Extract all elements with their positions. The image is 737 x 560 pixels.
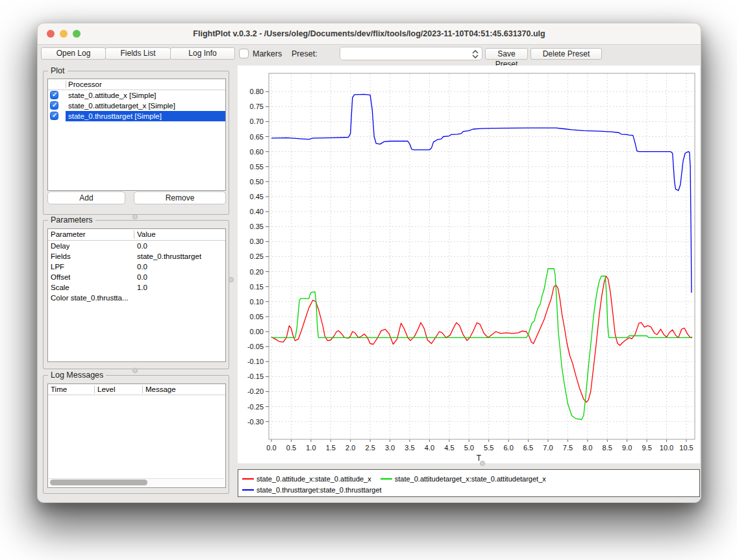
legend-label: state_0.attitude_x:state_0.attitude_x bbox=[256, 475, 371, 483]
delete-preset-button[interactable]: Delete Preset bbox=[531, 48, 602, 60]
log-messages-group-title: Log Messages bbox=[48, 371, 106, 380]
log-messages-group: Log Messages Time Level Message bbox=[43, 375, 229, 494]
y-tick-label: -0.30 bbox=[247, 418, 264, 426]
param-value: 0.0 bbox=[137, 242, 147, 250]
x-tick-label: 4.0 bbox=[425, 444, 434, 452]
x-tick-label: 9.5 bbox=[642, 444, 651, 452]
y-tick-label: 0.05 bbox=[250, 313, 264, 321]
x-tick-label: 0.0 bbox=[266, 444, 276, 452]
legend-entry-thrusttarget: state_0.thrusttarget:state_0.thrusttarge… bbox=[242, 486, 382, 494]
parameters-table[interactable]: Parameter Value Delay 0.0 Fields state_0… bbox=[47, 228, 226, 362]
x-tick-label: 6.5 bbox=[523, 444, 533, 452]
param-row-offset[interactable]: Offset 0.0 bbox=[48, 272, 225, 282]
legend-line-blue-icon bbox=[242, 489, 254, 491]
param-value: 0.0 bbox=[137, 263, 147, 271]
y-tick-label: 0.70 bbox=[250, 117, 264, 125]
x-tick-label: 1.0 bbox=[306, 444, 316, 452]
y-tick-label: 0.55 bbox=[250, 163, 264, 171]
splitter-grip-sidebar-chart[interactable] bbox=[229, 277, 234, 282]
x-tick-label: 7.5 bbox=[563, 444, 573, 452]
x-tick-label: 9.0 bbox=[622, 444, 632, 452]
horizontal-scrollbar-thumb[interactable] bbox=[50, 480, 147, 485]
chart-panel: 0.00.51.01.52.02.53.03.54.04.55.05.56.06… bbox=[238, 66, 700, 463]
param-name: Delay bbox=[51, 242, 69, 250]
series-line-1 bbox=[271, 269, 692, 420]
preset-label: Preset: bbox=[292, 49, 318, 58]
chart-legend: state_0.attitude_x:state_0.attitude_x st… bbox=[238, 469, 700, 497]
param-name: LPF bbox=[51, 263, 64, 271]
y-tick-label: 0.50 bbox=[250, 178, 264, 186]
param-row-scale[interactable]: Scale 1.0 bbox=[48, 282, 225, 293]
chart-canvas[interactable]: 0.00.51.01.52.02.53.03.54.04.55.05.56.06… bbox=[238, 66, 700, 463]
splitter-grip-chart-legend[interactable] bbox=[480, 461, 485, 466]
param-value: 0.0 bbox=[137, 273, 147, 281]
param-row-fields[interactable]: Fields state_0.thrusttarget bbox=[48, 251, 225, 262]
y-tick-label: 0.25 bbox=[250, 252, 264, 260]
plot-list-header: Processor bbox=[48, 79, 225, 90]
legend-entry-attitudetarget-x: state_0.attitudetarget_x:state_0.attitud… bbox=[381, 475, 546, 483]
row-checkbox-checked[interactable] bbox=[50, 91, 58, 99]
plot-row-label: state_0.attitudetarget_x [Simple] bbox=[68, 102, 175, 110]
y-tick-label: -0.15 bbox=[247, 372, 264, 380]
combo-stepper-icon[interactable] bbox=[470, 49, 481, 58]
x-tick-label: 6.0 bbox=[503, 444, 513, 452]
x-tick-label: 2.0 bbox=[345, 444, 355, 452]
x-tick-label: 5.5 bbox=[484, 444, 493, 452]
param-row-lpf[interactable]: LPF 0.0 bbox=[48, 262, 225, 272]
param-value: state_0.thrusttarget bbox=[137, 252, 201, 260]
message-column-header: Message bbox=[145, 385, 176, 393]
markers-checkbox[interactable] bbox=[239, 49, 249, 58]
y-tick-label: 0.65 bbox=[250, 133, 264, 141]
plot-row-attitude-x[interactable]: state_0.attitude_x [Simple] bbox=[48, 90, 225, 101]
param-row-delay[interactable]: Delay 0.0 bbox=[48, 241, 225, 251]
open-log-button[interactable]: Open Log bbox=[41, 47, 106, 60]
row-checkbox-checked[interactable] bbox=[50, 101, 58, 110]
plot-row-thrusttarget[interactable]: state_0.thrusttarget [Simple] bbox=[48, 111, 225, 121]
legend-entry-attitude-x: state_0.attitude_x:state_0.attitude_x bbox=[242, 475, 371, 483]
x-tick-label: 5.0 bbox=[464, 444, 474, 452]
y-tick-label: 0.75 bbox=[250, 103, 264, 110]
splitter-grip-plot-parameters[interactable] bbox=[132, 214, 138, 219]
x-tick-label: 10.5 bbox=[679, 444, 693, 452]
param-row-color[interactable]: Color state_0.thrustta... bbox=[48, 293, 225, 303]
row-checkbox-checked[interactable] bbox=[50, 112, 58, 120]
add-button[interactable]: Add bbox=[47, 191, 125, 204]
param-name: Fields bbox=[51, 252, 71, 260]
x-tick-label: 8.5 bbox=[603, 444, 612, 452]
plot-row-attitudetarget-x[interactable]: state_0.attitudetarget_x [Simple] bbox=[48, 101, 225, 111]
y-tick-label: 0.35 bbox=[250, 223, 264, 230]
markers-label: Markers bbox=[253, 49, 282, 58]
y-tick-label: 0.60 bbox=[250, 148, 264, 156]
parameters-group: Parameters Parameter Value Delay 0.0 Fie… bbox=[43, 220, 229, 369]
save-preset-button[interactable]: Save Preset bbox=[485, 48, 528, 60]
parameters-table-header: Parameter Value bbox=[48, 229, 225, 241]
parameters-group-title: Parameters bbox=[48, 215, 95, 225]
legend-line-green-icon bbox=[381, 478, 392, 480]
y-tick-label: 0.15 bbox=[250, 283, 264, 291]
time-column-header: Time bbox=[51, 385, 67, 393]
x-tick-label: 10.0 bbox=[660, 444, 673, 452]
series-line-2 bbox=[271, 94, 692, 293]
log-table-header: Time Level Message bbox=[48, 384, 225, 395]
x-tick-label: 3.0 bbox=[385, 444, 395, 452]
y-tick-label: 0.00 bbox=[250, 328, 264, 335]
y-tick-label: -0.10 bbox=[247, 358, 264, 365]
x-tick-label: 8.0 bbox=[582, 444, 592, 452]
preset-combobox[interactable] bbox=[340, 47, 482, 60]
series-line-0 bbox=[271, 276, 692, 402]
remove-button[interactable]: Remove bbox=[134, 191, 226, 204]
log-messages-table[interactable]: Time Level Message bbox=[47, 383, 226, 488]
legend-row: state_0.attitude_x:state_0.attitude_x st… bbox=[242, 473, 695, 484]
splitter-grip-parameters-log[interactable] bbox=[132, 368, 138, 373]
log-info-button[interactable]: Log Info bbox=[170, 47, 235, 60]
chart-axes: 0.00.51.01.52.02.53.03.54.04.55.05.56.06… bbox=[247, 88, 693, 452]
horizontal-scrollbar[interactable] bbox=[49, 478, 225, 487]
fields-list-button[interactable]: Fields List bbox=[105, 47, 171, 60]
plot-row-label: state_0.attitude_x [Simple] bbox=[68, 91, 156, 99]
y-tick-label: -0.25 bbox=[247, 403, 264, 411]
plot-list[interactable]: Processor state_0.attitude_x [Simple] st… bbox=[47, 79, 226, 191]
x-tick-label: 1.5 bbox=[326, 444, 336, 452]
app-window: FlightPlot v.0.3.2 - /Users/oleg/Documen… bbox=[37, 23, 701, 503]
legend-line-red-icon bbox=[242, 478, 254, 480]
x-tick-label: 7.0 bbox=[543, 444, 553, 452]
